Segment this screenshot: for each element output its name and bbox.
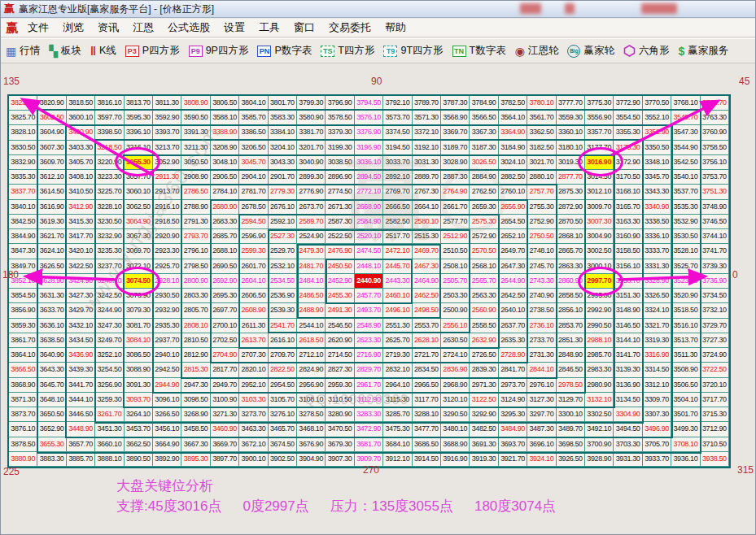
grid-cell: 2956.90 (297, 378, 326, 393)
grid-cell: 3926.50 (557, 452, 585, 467)
grid-cell: 3405.70 (67, 155, 95, 170)
grid-cell: 3760.90 (701, 125, 729, 140)
hexagon-icon (623, 45, 636, 57)
grid-cell: 3194.50 (383, 141, 412, 155)
grid-cell: 3436.90 (67, 348, 95, 363)
grid-cell: 3475.30 (383, 422, 412, 437)
grid-cell: 2546.50 (326, 319, 354, 333)
grid-cell: 2563.30 (470, 289, 498, 303)
grid-cell: 3753.70 (701, 170, 729, 185)
grid-cell: 3177.70 (585, 141, 614, 155)
key-level-text-2: 0度2997点 (243, 498, 308, 514)
grid-cell: 2930.50 (153, 289, 181, 303)
toolbar-item-p-table[interactable]: PNP数字表 (257, 44, 312, 58)
grid-cell: 2748.10 (527, 244, 556, 259)
grid-cell: 3691.30 (470, 437, 498, 452)
grid-cell: 2949.70 (211, 378, 239, 393)
grid-cell: 3244.90 (95, 303, 124, 318)
toolbar-item-gann-wheel[interactable]: ◉江恩轮 (515, 44, 559, 58)
grid-cell: 2815.30 (181, 363, 210, 377)
grid-cell: 3456.10 (153, 422, 181, 437)
grid-cell: 3588.10 (211, 111, 239, 125)
toolbar-item-hexagon[interactable]: 六角形 (623, 44, 670, 58)
grid-cell: 3540.10 (671, 170, 700, 185)
menu-item-9[interactable]: 交易委托 (329, 20, 371, 35)
toolbar-item-p-square[interactable]: P3P四方形 (125, 44, 180, 58)
grid-cell: 2952.10 (239, 378, 268, 393)
grid-cell: 3434.50 (67, 333, 95, 348)
grid-cell: 3410.50 (67, 185, 95, 199)
toolbar-item-t-square[interactable]: TST四方形 (321, 44, 374, 58)
grid-cell: 2901.70 (269, 170, 297, 185)
toolbar-item-winner-wheel[interactable]: Big赢家轮 (567, 44, 614, 58)
grid-cell: 3261.70 (95, 407, 124, 422)
key-level-cell: 3055.30 (125, 155, 153, 170)
grid-cell: 3064.90 (125, 215, 153, 229)
grid-cell: 3705.70 (643, 437, 671, 452)
grid-cell: 3902.50 (269, 452, 297, 467)
grid-cell: 3158.50 (614, 244, 642, 259)
grid-cell: 2450.50 (326, 259, 354, 274)
grid-cell: 2496.10 (383, 303, 412, 318)
menu-item-10[interactable]: 帮助 (385, 20, 406, 35)
grid-cell: 3643.30 (37, 363, 66, 377)
menu-item-4[interactable]: 江恩 (133, 20, 154, 35)
menu-item-1[interactable]: 文件 (28, 20, 49, 35)
grid-cell: 3302.50 (585, 407, 614, 422)
grid-cell: 3890.50 (125, 452, 153, 467)
grid-cell: 3614.50 (37, 185, 66, 199)
grid-cell: 2884.90 (470, 170, 498, 185)
grid-cell: 3609.70 (37, 155, 66, 170)
menu-item-6[interactable]: 设置 (224, 20, 245, 35)
grid-cell: 3883.30 (37, 452, 66, 467)
grid-cell: 3828.10 (9, 125, 37, 140)
grid-cell: 2805.70 (181, 303, 210, 318)
grid-cell: 2464.90 (413, 274, 441, 289)
menu-item-5[interactable]: 公式选股 (168, 20, 210, 35)
grid-cell: 2882.50 (499, 170, 527, 185)
grid-cell: 2668.90 (355, 200, 383, 215)
p-table-icon: PN (257, 46, 271, 57)
grid-cell: 3338.50 (643, 215, 671, 229)
grid-cell: 3141.70 (614, 348, 642, 363)
grid-cell: 2671.30 (326, 200, 354, 215)
grid-cell: 3084.10 (125, 333, 153, 348)
grid-cell: 2740.90 (527, 289, 556, 303)
grid-cell: 2781.70 (239, 185, 268, 199)
toolbar-item-kline[interactable]: ‖K线 (90, 44, 116, 58)
grid-cell: 3787.30 (441, 96, 470, 111)
toolbar-item-label: P四方形 (142, 44, 180, 58)
toolbar-item-9t-square[interactable]: T99T四方形 (383, 44, 443, 58)
grid-cell: 3204.10 (269, 141, 297, 155)
menu-item-8[interactable]: 窗口 (294, 20, 315, 35)
grid-cell: 3098.50 (181, 393, 210, 407)
grid-cell: 3319.30 (643, 333, 671, 348)
app-window: 赢 赢家江恩专业版[赢家服务平台] - [价格正方形] 赢 文件浏览资讯江恩公式… (0, 0, 756, 535)
grid-cell: 3916.90 (441, 452, 470, 467)
grid-cell: 3477.70 (413, 422, 441, 437)
grid-cell: 2894.50 (355, 170, 383, 185)
9t-square-icon: T9 (383, 46, 397, 57)
toolbar-item-t-table[interactable]: TNT数字表 (452, 44, 506, 58)
toolbar-item-grid[interactable]: ▦行情 (6, 44, 40, 58)
grid-cell: 3444.10 (67, 393, 95, 407)
grid-cell: 2913.70 (153, 185, 181, 199)
toolbar-item-service[interactable]: $赢家服务 (678, 44, 728, 58)
grid-cell: 3638.50 (37, 333, 66, 348)
service-icon: $ (678, 46, 684, 57)
grid-cell: 2462.50 (413, 289, 441, 303)
toolbar-item-9p-square[interactable]: P99P四方形 (189, 44, 249, 58)
grid-cell: 3446.50 (67, 407, 95, 422)
grid-cell: 3794.50 (355, 96, 383, 111)
grid-cell: 3792.10 (383, 96, 412, 111)
toolbar-item-blocks[interactable]: ▚板块 (49, 44, 81, 58)
menu-item-2[interactable]: 浏览 (63, 20, 84, 35)
grid-cell: 3873.70 (9, 407, 37, 422)
menu-item-3[interactable]: 资讯 (98, 20, 119, 35)
grid-cell: 3292.90 (470, 407, 498, 422)
grid-cell: 2908.90 (181, 170, 210, 185)
grid-cell: 3631.30 (37, 289, 66, 303)
grid-cell: 3182.50 (527, 141, 556, 155)
menu-item-7[interactable]: 工具 (259, 20, 280, 35)
grid-cell: 3667.30 (181, 437, 210, 452)
